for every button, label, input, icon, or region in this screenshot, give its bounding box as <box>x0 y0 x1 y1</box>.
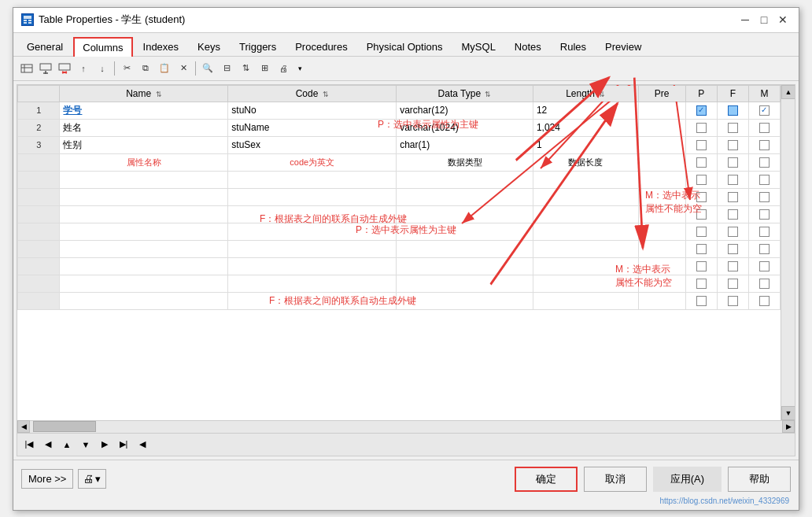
p-cb-e1[interactable] <box>696 175 707 185</box>
cell-name-2[interactable]: 姓名 <box>60 119 228 136</box>
cell-f-1[interactable] <box>717 102 748 119</box>
clear-btn[interactable]: ✕ <box>175 60 192 77</box>
cell-name-3[interactable]: 性别 <box>60 136 228 153</box>
h-scroll-thumb[interactable] <box>33 421 96 432</box>
cell-pre-1[interactable] <box>638 102 685 119</box>
f-cb-e1[interactable] <box>728 175 738 185</box>
table-wrapper[interactable]: Name ⇅ Code ⇅ Data Type ⇅ Length ⇅ <box>17 85 781 420</box>
cell-f-3[interactable] <box>717 136 748 153</box>
help-button[interactable]: 帮助 <box>728 467 791 492</box>
nav-scroll-left-btn[interactable]: ◀ <box>134 436 151 453</box>
m-cb-e2[interactable] <box>759 192 770 202</box>
tab-keys[interactable]: Keys <box>189 37 229 57</box>
cell-datatype-3[interactable]: char(1) <box>397 136 533 153</box>
f-checkbox-1[interactable] <box>728 105 738 116</box>
tab-rules[interactable]: Rules <box>552 37 595 57</box>
m-cb-e1[interactable] <box>759 175 770 185</box>
f-checkbox-ann[interactable] <box>728 157 738 168</box>
print-dropdown[interactable]: ▾ <box>293 60 306 77</box>
horizontal-scrollbar[interactable]: ◀ ▶ <box>17 420 795 433</box>
find-btn[interactable]: 🔍 <box>199 60 216 77</box>
col-header-pre[interactable]: Pre <box>638 85 685 102</box>
maximize-button[interactable]: □ <box>756 12 772 28</box>
col-header-p[interactable]: P <box>685 85 717 102</box>
m-checkbox-ann[interactable] <box>759 157 770 168</box>
col-header-f[interactable]: F <box>717 85 748 102</box>
print-btn[interactable]: 🖨 <box>275 60 292 77</box>
col-header-datatype[interactable]: Data Type ⇅ <box>397 85 533 102</box>
cell-f-2[interactable] <box>717 119 748 136</box>
scroll-up-btn[interactable]: ▲ <box>781 85 795 99</box>
f-checkbox-3[interactable] <box>728 140 738 150</box>
p-checkbox-2[interactable] <box>696 123 707 133</box>
nav-down-btn[interactable]: ▼ <box>77 436 94 453</box>
tab-preview[interactable]: Preview <box>596 37 650 57</box>
f-checkbox-2[interactable] <box>728 123 738 133</box>
nav-first-btn[interactable]: |◀ <box>20 436 38 453</box>
cell-length-1[interactable]: 12 <box>533 102 638 119</box>
cell-m-3[interactable] <box>748 136 780 153</box>
tab-general[interactable]: General <box>18 37 72 57</box>
p-checkbox-3[interactable] <box>696 140 707 150</box>
close-button[interactable]: ✕ <box>775 12 791 28</box>
nav-next-page-btn[interactable]: ▶ <box>96 436 113 453</box>
move-up-btn[interactable]: ↑ <box>75 60 92 77</box>
tab-notes[interactable]: Notes <box>506 37 550 57</box>
cell-length-3[interactable]: 1 <box>533 136 638 153</box>
cell-length-2[interactable]: 1,024 <box>533 119 638 136</box>
col-header-m[interactable]: M <box>748 85 780 102</box>
move-down-btn[interactable]: ↓ <box>94 60 111 77</box>
tab-procedures[interactable]: Procedures <box>286 37 356 57</box>
paste-btn[interactable]: 📋 <box>156 60 173 77</box>
m-checkbox-2[interactable] <box>759 123 770 133</box>
apply-button[interactable]: 应用(A) <box>653 467 722 492</box>
delete-row-btn[interactable] <box>56 60 73 77</box>
cancel-button[interactable]: 取消 <box>584 467 647 492</box>
copy-btn[interactable]: ⧉ <box>137 60 154 77</box>
print-options-btn[interactable]: 🖨 ▾ <box>78 469 106 489</box>
m-checkbox-1[interactable] <box>759 105 770 116</box>
scroll-right-btn[interactable]: ▶ <box>782 420 795 433</box>
scroll-left-btn[interactable]: ◀ <box>17 420 30 433</box>
nav-up-btn[interactable]: ▲ <box>58 436 76 453</box>
col-header-length[interactable]: Length ⇅ <box>533 85 638 102</box>
new-row-btn[interactable] <box>18 60 35 77</box>
cell-datatype-2[interactable]: varchar(1024) <box>397 119 533 136</box>
cell-name-1[interactable]: 学号 <box>60 102 228 119</box>
col-header-code[interactable]: Code ⇅ <box>228 85 397 102</box>
p-checkbox-ann[interactable] <box>696 157 707 168</box>
cell-pre-3[interactable] <box>638 136 685 153</box>
scroll-down-btn[interactable]: ▼ <box>781 406 795 420</box>
vertical-scrollbar[interactable]: ▲ ▼ <box>781 85 795 420</box>
minimize-button[interactable]: ─ <box>737 12 753 28</box>
insert-row-btn[interactable] <box>37 60 54 77</box>
more-button[interactable]: More >> <box>21 469 73 489</box>
col-header-name[interactable]: Name ⇅ <box>60 85 228 102</box>
cell-pre-2[interactable] <box>638 119 685 136</box>
cell-p-2[interactable] <box>685 119 717 136</box>
p-checkbox-1[interactable] <box>696 105 707 116</box>
p-cb-e2[interactable] <box>696 192 707 202</box>
cell-code-2[interactable]: stuName <box>228 119 397 136</box>
cell-m-2[interactable] <box>748 119 780 136</box>
nav-last-btn[interactable]: ▶| <box>115 436 132 453</box>
nav-prev-page-btn[interactable]: ◀ <box>39 436 57 453</box>
ok-button[interactable]: 确定 <box>515 467 578 492</box>
tab-columns[interactable]: Columns <box>73 37 132 57</box>
grid-btn[interactable]: ⊞ <box>256 60 273 77</box>
f-cb-e2[interactable] <box>728 192 738 202</box>
tab-triggers[interactable]: Triggers <box>231 37 285 57</box>
tab-indexes[interactable]: Indexes <box>135 37 188 57</box>
filter-btn[interactable]: ⊟ <box>218 60 235 77</box>
cell-code-3[interactable]: stuSex <box>228 136 397 153</box>
cell-m-1[interactable] <box>748 102 780 119</box>
cut-btn[interactable]: ✂ <box>118 60 135 77</box>
cell-p-1[interactable] <box>685 102 717 119</box>
cell-datatype-1[interactable]: varchar(12) <box>397 102 533 119</box>
tab-physical-options[interactable]: Physical Options <box>358 37 452 57</box>
sort-btn[interactable]: ⇅ <box>237 60 254 77</box>
tab-mysql[interactable]: MySQL <box>453 37 504 57</box>
cell-p-3[interactable] <box>685 136 717 153</box>
cell-code-1[interactable]: stuNo <box>228 102 397 119</box>
m-checkbox-3[interactable] <box>759 140 770 150</box>
